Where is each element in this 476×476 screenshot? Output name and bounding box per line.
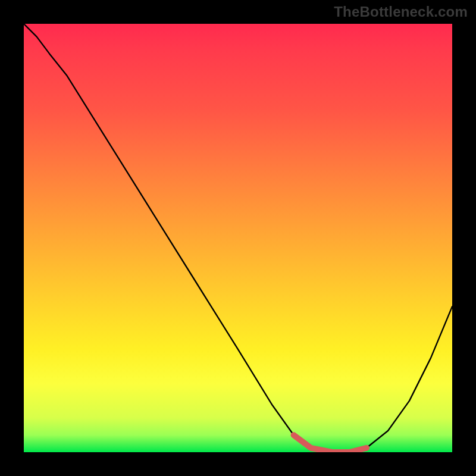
bottleneck-curve [24, 24, 452, 452]
watermark-text: TheBottleneck.com [334, 4, 468, 20]
plot-area [24, 24, 452, 452]
highlight-min-segment [294, 435, 367, 452]
curve-layer [24, 24, 452, 452]
chart-frame: TheBottleneck.com [0, 0, 476, 476]
